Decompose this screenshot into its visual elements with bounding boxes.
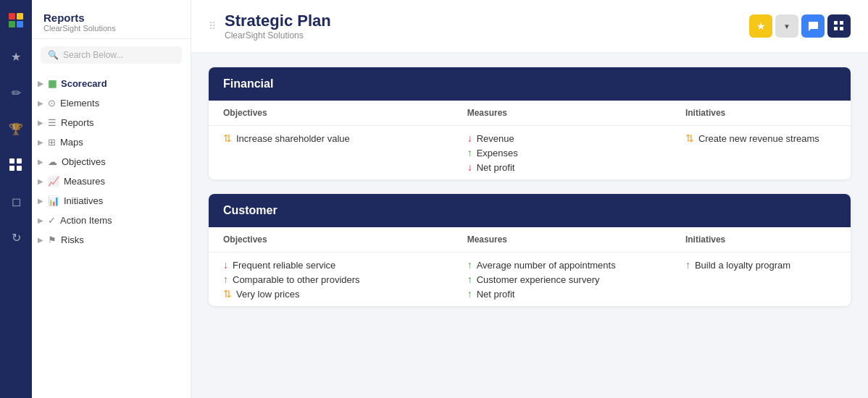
customer-initiative-1: ↑ Build a loyalty program: [685, 259, 836, 271]
sidebar-search[interactable]: 🔍: [41, 46, 182, 64]
up-arrow-icon: ↑: [467, 147, 472, 158]
customer-measure-2: ↑ Customer experience survery: [467, 274, 656, 285]
sidebar-item-reports[interactable]: ▶ ☰ Reports: [32, 113, 191, 132]
financial-table: Objectives Measures Initiatives ⇅ Increa…: [209, 101, 851, 179]
col-header-measures: Measures: [453, 227, 671, 253]
chevron-icon: ▶: [38, 138, 43, 146]
page-title: Strategic Plan: [225, 12, 331, 30]
sidebar-item-maps[interactable]: ▶ ⊞ Maps: [32, 132, 191, 152]
customer-obj-2-text: Comparable to other providers: [233, 274, 360, 285]
star-button[interactable]: ★: [749, 14, 772, 38]
sidebar-header: Reports ClearSight Solutions: [32, 0, 191, 39]
financial-measure-revenue: ↓ Revenue: [467, 132, 656, 144]
pencil-icon[interactable]: ✏: [4, 81, 28, 104]
col-header-objectives: Objectives: [209, 101, 453, 126]
action-items-icon: ✓: [48, 215, 56, 226]
chevron-icon: ▶: [38, 236, 43, 244]
reports-icon: ☰: [48, 117, 57, 128]
customer-objective-1: ↓ Frequent reliable service: [223, 259, 438, 271]
customer-table: Objectives Measures Initiatives ↓ Freque…: [209, 227, 851, 306]
financial-objective-item: ⇅ Increase shareholder value: [223, 132, 438, 144]
drag-handle-icon[interactable]: ⠿: [209, 20, 216, 32]
customer-measure-3: ↑ Net profit: [467, 288, 656, 300]
box-icon[interactable]: ◻: [4, 190, 28, 213]
svg-rect-1: [17, 13, 23, 20]
svg-rect-10: [834, 27, 838, 30]
sidebar-item-label: Risks: [61, 234, 84, 245]
financial-initiative-item: ⇅ Create new revenue streams: [685, 132, 836, 144]
sidebar: Reports ClearSight Solutions 🔍 ▶ ▦ Score…: [32, 0, 191, 398]
risks-icon: ⚑: [48, 234, 57, 245]
sidebar-nav: ▶ ▦ Scorecard ▶ ⊙ Elements ▶ ☰ Reports ▶…: [32, 71, 191, 398]
chevron-icon: ▶: [38, 80, 43, 88]
financial-objective-cell: ⇅ Increase shareholder value: [209, 126, 453, 180]
sidebar-item-label: Reports: [61, 117, 94, 128]
search-input[interactable]: [63, 50, 175, 60]
chat-button[interactable]: [801, 14, 825, 38]
sidebar-item-scorecard[interactable]: ▶ ▦ Scorecard: [32, 74, 191, 93]
financial-measure-netprofit-text: Net profit: [477, 162, 515, 173]
sidebar-item-label: Measures: [64, 176, 105, 187]
table-row: ↓ Frequent reliable service ↑ Comparable…: [209, 253, 851, 307]
sidebar-item-risks[interactable]: ▶ ⚑ Risks: [32, 230, 191, 250]
svg-rect-5: [17, 158, 22, 164]
chevron-icon: ▶: [38, 216, 43, 224]
sidebar-item-elements[interactable]: ▶ ⊙ Elements: [32, 93, 191, 113]
main-body: Financial Objectives Measures Initiative…: [191, 53, 868, 321]
svg-rect-8: [834, 21, 838, 25]
table-row: ⇅ Increase shareholder value ↓ Revenue ↑: [209, 126, 851, 180]
financial-section-header: Financial: [209, 67, 851, 101]
financial-measure-revenue-text: Revenue: [477, 133, 514, 144]
search-icon: 🔍: [48, 50, 59, 60]
updown-arrow-icon: ⇅: [685, 132, 694, 144]
sidebar-item-label: Action Items: [60, 215, 112, 226]
sidebar-item-label: Objectives: [62, 156, 106, 167]
trophy-icon[interactable]: 🏆: [4, 117, 28, 140]
col-header-objectives: Objectives: [209, 227, 453, 253]
up-arrow-icon: ↑: [467, 288, 472, 300]
chevron-icon: ▶: [38, 158, 43, 166]
chevron-icon: ▶: [38, 119, 43, 127]
star-icon[interactable]: ★: [4, 45, 28, 68]
sidebar-item-label: Maps: [60, 137, 83, 148]
sidebar-item-label: Scorecard: [61, 78, 107, 89]
sidebar-item-measures[interactable]: ▶ 📈 Measures: [32, 172, 191, 191]
down-arrow-icon: ↓: [223, 259, 228, 271]
customer-measure-1: ↑ Average number of appointments: [467, 259, 656, 271]
table-header-row: Objectives Measures Initiatives: [209, 101, 851, 126]
col-header-measures: Measures: [453, 101, 671, 126]
icon-bar: ★ ✏ 🏆 ◻ ↻: [0, 0, 32, 398]
main-content: ⠿ Strategic Plan ClearSight Solutions ★ …: [191, 0, 868, 398]
customer-initiatives-cell: ↑ Build a loyalty program: [671, 253, 851, 307]
up-arrow-icon: ↑: [467, 274, 472, 285]
sidebar-item-label: Initiatives: [64, 195, 103, 206]
chevron-icon: ▶: [38, 99, 43, 107]
page-title-block: Strategic Plan ClearSight Solutions: [225, 12, 331, 41]
sidebar-item-action-items[interactable]: ▶ ✓ Action Items: [32, 211, 191, 230]
down-arrow-icon: ↓: [467, 161, 472, 173]
dropdown-button[interactable]: ▼: [775, 14, 798, 38]
customer-obj-3-text: Very low prices: [236, 289, 299, 300]
logo-icon[interactable]: [4, 9, 28, 32]
scorecard-icon: ▦: [48, 78, 57, 89]
maps-icon: ⊞: [48, 137, 56, 148]
financial-objective-text: Increase shareholder value: [236, 133, 350, 144]
svg-rect-7: [17, 166, 22, 171]
refresh-icon[interactable]: ↻: [4, 226, 28, 249]
chevron-icon: ▶: [38, 197, 43, 205]
financial-measure-netprofit: ↓ Net profit: [467, 161, 656, 173]
customer-measure-3-text: Net profit: [477, 289, 515, 300]
sidebar-app-subtitle: ClearSight Solutions: [43, 24, 179, 33]
customer-objective-2: ↑ Comparable to other providers: [223, 274, 438, 285]
dashboard-icon[interactable]: [4, 153, 28, 177]
sidebar-item-initiatives[interactable]: ▶ 📊 Initiatives: [32, 191, 191, 211]
page-subtitle: ClearSight Solutions: [225, 30, 331, 41]
sidebar-app-title: Reports: [43, 12, 179, 24]
customer-measure-2-text: Customer experience survery: [477, 274, 600, 285]
svg-rect-0: [9, 13, 15, 20]
elements-icon: ⊙: [48, 98, 56, 109]
financial-measure-expenses-text: Expenses: [477, 148, 518, 158]
sidebar-item-label: Elements: [60, 98, 99, 109]
layout-button[interactable]: [827, 14, 851, 38]
sidebar-item-objectives[interactable]: ▶ ☁ Objectives: [32, 152, 191, 172]
